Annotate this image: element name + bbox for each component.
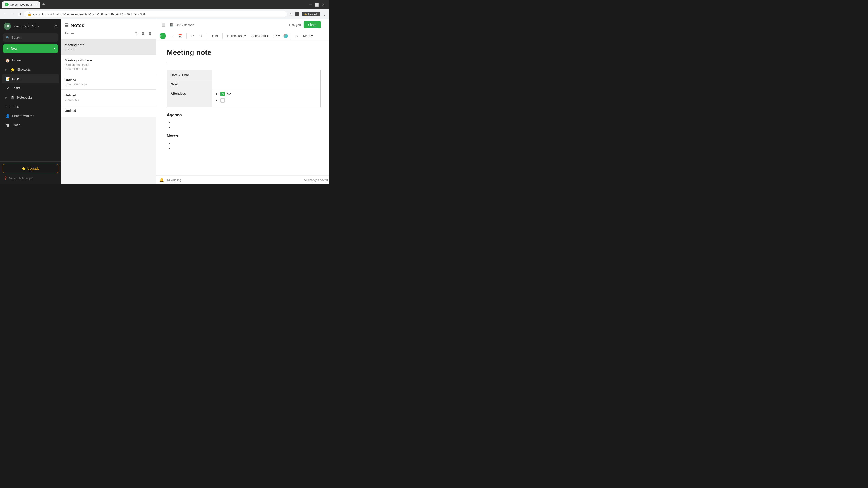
settings-button[interactable]: ⚙ <box>54 24 57 29</box>
note-item[interactable]: Meeting with Jane Delegate the tasks a f… <box>61 55 156 74</box>
nav-buttons: ← → ↻ <box>3 11 22 17</box>
upgrade-button[interactable]: ⭐ Upgrade <box>3 164 58 173</box>
attendee-name: Me <box>227 92 231 96</box>
meeting-table: Date & Time Goal Attendees <box>167 70 320 107</box>
list-item[interactable] <box>172 141 320 145</box>
extension-button[interactable]: ⬛ <box>295 12 300 16</box>
save-status: All changes saved <box>304 178 328 182</box>
format-selector[interactable]: Normal text ▾ <box>225 33 248 39</box>
color-picker[interactable] <box>283 34 288 38</box>
note-item[interactable]: Untitled <box>61 105 156 117</box>
share-button[interactable]: Share <box>304 21 321 29</box>
back-button[interactable]: ← <box>3 11 8 17</box>
user-info[interactable]: LD Lauren Dale Deli ▾ <box>4 23 39 30</box>
attendees-list: ✕ Me <box>216 92 317 103</box>
bookmark-button[interactable]: ☆ <box>289 12 292 16</box>
plus-icon: ＋ <box>6 46 9 51</box>
incognito-badge: 🕵 Incognito <box>302 12 320 16</box>
font-size-label: 16 <box>274 34 277 38</box>
font-label: Sans Serif <box>251 34 266 38</box>
sidebar-item-notebooks[interactable]: ▶ 📓 Notebooks <box>2 93 59 102</box>
minimize-button[interactable]: ─ <box>309 2 312 6</box>
notes-count: 9 notes <box>65 32 74 35</box>
search-label: Search <box>11 36 22 39</box>
insert-button[interactable]: + <box>160 33 166 39</box>
notes-actions: ⇅ ⊟ ⊞ <box>134 30 152 36</box>
forward-button[interactable]: → <box>10 11 16 17</box>
more-formats-label: More <box>303 34 310 38</box>
list-item <box>216 98 317 103</box>
notes-title: ☰ Notes <box>65 23 152 29</box>
shortcuts-toggle-icon: ▶ <box>5 68 7 71</box>
sidebar-item-notebooks-label: Notebooks <box>17 96 32 99</box>
more-formats-selector[interactable]: More ▾ <box>301 33 315 39</box>
filter-button[interactable]: ⊟ <box>141 30 146 36</box>
list-item[interactable] <box>172 126 320 129</box>
reminder-button[interactable]: ⏱ <box>168 33 175 39</box>
table-cell-content[interactable] <box>212 80 320 89</box>
list-item[interactable] <box>172 147 320 150</box>
menu-button[interactable]: ⋮ <box>323 12 327 16</box>
editor-content[interactable]: Meeting note Date & Time Goal <box>156 41 329 175</box>
note-item[interactable]: Meeting note Just now <box>61 39 156 55</box>
sort-button[interactable]: ⇅ <box>134 30 139 36</box>
table-cell-content[interactable] <box>212 70 320 80</box>
sidebar-item-tasks-label: Tasks <box>12 86 20 90</box>
main-layout: LD Lauren Dale Deli ▾ ⚙ 🔍 Search ＋ New ▾… <box>0 19 329 184</box>
undo-button[interactable]: ↩ <box>189 33 196 39</box>
sidebar-item-tasks[interactable]: ✓ Tasks <box>2 84 59 93</box>
sidebar-item-notes[interactable]: 📝 Notes <box>2 74 59 84</box>
bullet-dot <box>216 100 217 101</box>
new-button[interactable]: ＋ New ▾ <box>3 44 58 53</box>
sidebar-item-trash[interactable]: 🗑 Trash <box>2 121 59 130</box>
trash-icon: 🗑 <box>5 123 10 127</box>
table-cell-attendees[interactable]: ✕ Me <box>212 89 320 107</box>
new-tab-button[interactable]: + <box>41 1 47 8</box>
sidebar-item-shortcuts[interactable]: ▶ ⭐ Shortcuts <box>2 65 59 74</box>
note-item-title: Untitled <box>65 93 152 97</box>
calendar-button[interactable]: 📅 <box>176 33 184 39</box>
sidebar-item-shared[interactable]: 👤 Shared with Me <box>2 111 59 121</box>
new-btn-left: ＋ New <box>6 46 17 51</box>
browser-tabs: E Notes - Evernote ✕ + <box>2 1 307 8</box>
reminder-footer-button[interactable]: 🔔 <box>160 178 164 182</box>
notes-meta: 9 notes ⇅ ⊟ ⊞ <box>65 30 152 36</box>
address-bar[interactable]: 🔒 evernote.com/client/web?login=true#/no… <box>24 11 287 18</box>
active-tab[interactable]: E Notes - Evernote ✕ <box>2 1 40 8</box>
separator <box>186 33 187 39</box>
sidebar-item-notes-label: Notes <box>12 77 21 80</box>
goal-label: Goal <box>170 83 178 86</box>
sidebar-item-home[interactable]: 🏠 Home <box>2 56 59 65</box>
nav-items: 🏠 Home ▶ ⭐ Shortcuts 📝 Notes ✓ Tasks ▶ 📓… <box>0 56 61 161</box>
close-button[interactable]: ✕ <box>322 2 324 7</box>
tag-icon: 🏷 <box>167 178 170 182</box>
notes-icon: 📝 <box>5 76 10 81</box>
sidebar-item-tags[interactable]: 🏷 Tags <box>2 102 59 111</box>
view-button[interactable]: ⊞ <box>147 30 152 36</box>
table-row: Goal <box>167 80 320 89</box>
date-time-label: Date & Time <box>170 73 189 77</box>
restore-button[interactable]: ⬜ <box>314 2 319 7</box>
more-options-button[interactable]: ⋯ <box>324 22 328 27</box>
tab-close-button[interactable]: ✕ <box>35 3 37 6</box>
search-button[interactable]: 🔍 Search <box>3 33 58 41</box>
expand-button[interactable]: ⬜ <box>160 22 167 28</box>
attendees-label: Attendees <box>170 92 186 95</box>
add-tag-button[interactable]: 🏷 Add tag <box>167 178 181 182</box>
font-size-selector[interactable]: 16 ▾ <box>272 33 282 39</box>
redo-button[interactable]: ↪ <box>197 33 204 39</box>
sidebar-item-shortcuts-label: Shortcuts <box>17 68 31 71</box>
note-item[interactable]: Untitled 9 hours ago <box>61 90 156 105</box>
new-label: New <box>11 47 17 51</box>
reload-button[interactable]: ↻ <box>17 11 22 17</box>
ai-button[interactable]: ✦ AI <box>210 33 220 39</box>
list-item[interactable] <box>172 120 320 124</box>
note-item[interactable]: Untitled a few minutes ago <box>61 74 156 90</box>
note-item-title: Meeting note <box>65 43 152 47</box>
bold-button[interactable]: B <box>293 33 300 39</box>
shortcuts-icon: ⭐ <box>10 67 15 72</box>
note-title[interactable]: Meeting note <box>167 48 320 57</box>
note-item-title: Untitled <box>65 78 152 82</box>
help-link[interactable]: ❓ Need a little help? <box>3 175 58 182</box>
font-selector[interactable]: Sans Serif ▾ <box>250 33 270 39</box>
